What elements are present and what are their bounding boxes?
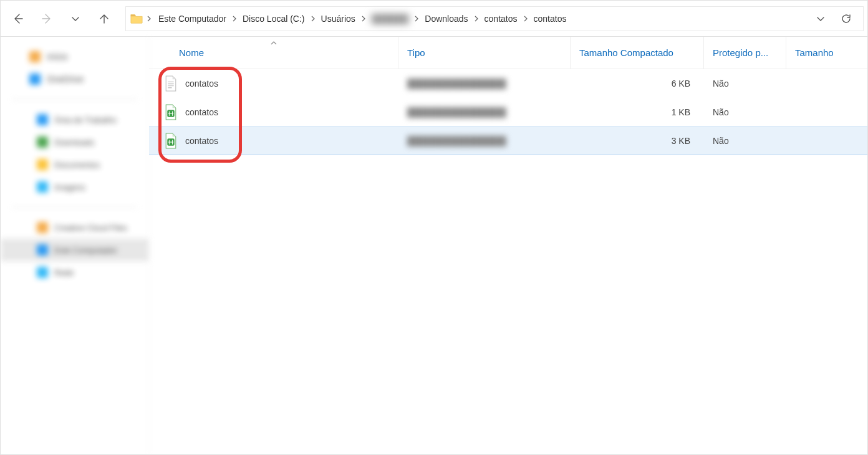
sidebar-item[interactable]: Creative Cloud Files (1, 216, 148, 239)
sidebar-item[interactable]: OneDrive (1, 68, 148, 90)
folder-icon (130, 12, 143, 26)
sidebar-item-icon (37, 114, 48, 125)
sidebar-item-label: Creative Cloud Files (54, 223, 127, 232)
file-protected: Não (713, 79, 729, 89)
breadcrumb-separator[interactable] (230, 16, 239, 22)
sidebar-item-icon (37, 244, 48, 256)
column-header-protected[interactable]: Protegido p... (704, 37, 786, 69)
navigation-sidebar: InícioOneDriveÁrea de TrabalhoDownloadsD… (1, 37, 149, 454)
file-type: ████████████████ (407, 107, 506, 117)
arrow-up-icon (98, 12, 110, 25)
sidebar-item[interactable]: Área de Trabalho (1, 108, 148, 131)
forward-button[interactable] (33, 4, 60, 33)
file-spread-icon (164, 133, 178, 149)
file-name: contatos (185, 136, 218, 146)
breadcrumb-item[interactable]: ██████ (368, 7, 413, 31)
sidebar-item-icon (37, 181, 48, 193)
sidebar-item-label: Rede (54, 268, 74, 277)
breadcrumb-separator[interactable] (412, 16, 421, 22)
sidebar-separator (12, 99, 137, 100)
sidebar-item[interactable]: Rede (1, 261, 148, 284)
column-label: Tipo (407, 47, 425, 58)
address-history-button[interactable] (807, 14, 833, 24)
sidebar-item[interactable]: Downloads (1, 131, 148, 153)
sidebar-item-label: Documentos (54, 160, 100, 170)
file-compressed-size: 6 KB (672, 79, 690, 89)
column-label: Nome (179, 47, 204, 58)
address-bar[interactable]: Este ComputadorDisco Local (C:)Usuários█… (125, 6, 864, 31)
breadcrumb-separator[interactable] (145, 16, 153, 22)
breadcrumb-separator[interactable] (309, 16, 317, 22)
sidebar-separator (12, 207, 137, 208)
sidebar-item-label: Este Computador (54, 246, 117, 255)
sidebar-item-label: OneDrive (47, 74, 84, 84)
file-name: contatos (185, 107, 218, 117)
sidebar-item-label: Imagens (54, 183, 85, 192)
file-protected: Não (713, 136, 729, 146)
back-button[interactable] (4, 4, 32, 33)
column-header-type[interactable]: Tipo (398, 37, 571, 69)
sidebar-item[interactable]: Documentos (1, 153, 148, 176)
sidebar-item-icon (29, 74, 41, 85)
sort-indicator-icon (271, 39, 277, 46)
file-generic-icon (164, 75, 178, 92)
sidebar-item[interactable]: Este Computador (1, 239, 148, 261)
column-label: Tamanho (795, 47, 834, 58)
recent-locations-button[interactable] (62, 4, 89, 33)
chevron-down-icon (70, 14, 80, 24)
breadcrumb-item[interactable]: contatos (481, 7, 521, 31)
file-list: Nome Tipo Tamanho Compactado Protegido p… (149, 37, 867, 454)
sidebar-item-label: Área de Trabalho (54, 115, 117, 125)
column-header-size[interactable]: Tamanho (786, 37, 867, 69)
toolbar: Este ComputadorDisco Local (C:)Usuários█… (1, 1, 867, 37)
file-type: ████████████████ (407, 79, 506, 89)
sidebar-item-icon (37, 222, 48, 233)
sidebar-item-icon (37, 159, 48, 170)
file-compressed-size: 1 KB (672, 107, 690, 117)
column-headers: Nome Tipo Tamanho Compactado Protegido p… (149, 37, 867, 69)
breadcrumb-item[interactable]: Disco Local (C:) (239, 7, 309, 31)
column-header-compressed-size[interactable]: Tamanho Compactado (571, 37, 704, 69)
breadcrumb-separator[interactable] (472, 16, 481, 22)
file-compressed-size: 3 KB (672, 136, 690, 146)
arrow-right-icon (41, 12, 53, 25)
column-label: Tamanho Compactado (579, 47, 673, 58)
breadcrumb-item[interactable]: Este Computador (155, 7, 230, 31)
breadcrumb-separator[interactable] (359, 16, 368, 22)
up-button[interactable] (90, 4, 118, 33)
refresh-icon (841, 13, 852, 24)
sidebar-item[interactable]: Imagens (1, 176, 148, 198)
chevron-down-icon (816, 14, 826, 24)
file-row[interactable]: contatos████████████████6 KBNão (149, 69, 867, 98)
breadcrumb-item[interactable]: Usuários (317, 7, 359, 31)
refresh-button[interactable] (833, 13, 859, 24)
sidebar-item-icon (37, 136, 48, 148)
breadcrumb-item[interactable]: Downloads (421, 7, 471, 31)
file-row[interactable]: contatos████████████████1 KBNão (149, 98, 867, 127)
file-row[interactable]: contatos████████████████3 KBNão (149, 127, 867, 155)
sidebar-item-label: Downloads (54, 138, 94, 147)
sidebar-item[interactable]: Início (1, 46, 148, 68)
file-spread-icon (164, 104, 178, 120)
arrow-left-icon (12, 12, 24, 25)
breadcrumb-separator[interactable] (521, 16, 530, 22)
file-type: ████████████████ (407, 136, 506, 146)
sidebar-item-icon (37, 267, 48, 278)
column-label: Protegido p... (713, 47, 768, 58)
sidebar-item-icon (29, 51, 41, 62)
column-header-name[interactable]: Nome (149, 37, 398, 69)
breadcrumb-item[interactable]: contatos (530, 7, 571, 31)
address-bar-actions (807, 13, 859, 24)
file-protected: Não (713, 107, 729, 117)
file-name: contatos (185, 79, 218, 89)
sidebar-item-label: Início (47, 52, 67, 62)
